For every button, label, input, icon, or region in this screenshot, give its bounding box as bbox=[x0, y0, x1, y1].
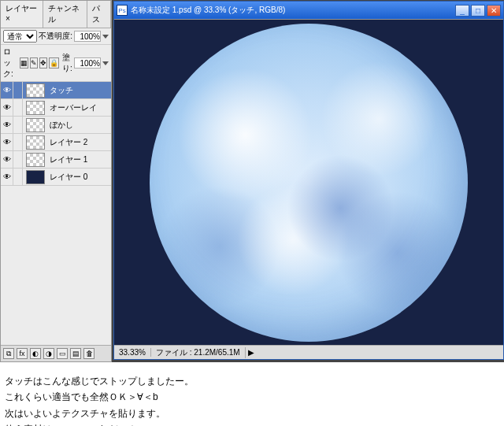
lock-label: ロック: bbox=[3, 46, 18, 80]
layers-panel: レイヤー × チャンネル パス 通常 不透明度: ロック: ▦ ✎ ✥ 🔒 塗り… bbox=[0, 0, 112, 362]
canvas bbox=[114, 20, 503, 345]
visibility-toggle-icon[interactable]: 👁 bbox=[1, 151, 13, 169]
layer-item[interactable]: 👁レイヤー 0 bbox=[1, 169, 111, 186]
titlebar[interactable]: Ps 名称未設定 1.psd @ 33.3% (タッチ, RGB/8) _ □ … bbox=[114, 2, 503, 19]
layer-thumbnail[interactable] bbox=[26, 153, 45, 167]
doc-info[interactable]: ファイル : 21.2M/65.1M bbox=[151, 347, 246, 358]
canvas-viewport[interactable] bbox=[114, 19, 503, 345]
opacity-input[interactable] bbox=[74, 31, 101, 42]
layer-link-cell[interactable] bbox=[13, 151, 23, 169]
layer-link-cell[interactable] bbox=[13, 99, 23, 117]
caption-line: タッチはこんな感じでストップしましたー。 bbox=[5, 373, 499, 389]
layer-link-cell[interactable] bbox=[13, 169, 23, 186]
visibility-toggle-icon[interactable]: 👁 bbox=[1, 134, 13, 151]
document-window: Ps 名称未設定 1.psd @ 33.3% (タッチ, RGB/8) _ □ … bbox=[113, 1, 504, 360]
tab-paths[interactable]: パス bbox=[87, 1, 111, 28]
layer-item[interactable]: 👁タッチ bbox=[1, 82, 111, 99]
panel-tabs: レイヤー × チャンネル パス bbox=[1, 1, 111, 28]
tab-channels[interactable]: チャンネル bbox=[43, 1, 87, 28]
fill-input[interactable] bbox=[74, 57, 101, 69]
opacity-label: 不透明度: bbox=[39, 31, 72, 42]
lock-move-icon[interactable]: ✥ bbox=[39, 57, 47, 69]
layer-thumbnail[interactable] bbox=[26, 170, 45, 184]
layer-thumbnail[interactable] bbox=[26, 83, 45, 98]
layer-list: 👁タッチ👁オーバーレイ👁ぼかし👁レイヤー 2👁レイヤー 1👁レイヤー 0 bbox=[1, 82, 111, 345]
blend-mode-select[interactable]: 通常 bbox=[3, 30, 37, 43]
layer-item[interactable]: 👁レイヤー 1 bbox=[1, 151, 111, 169]
layer-item[interactable]: 👁オーバーレイ bbox=[1, 99, 111, 117]
layer-name[interactable]: レイヤー 1 bbox=[48, 154, 111, 165]
visibility-toggle-icon[interactable]: 👁 bbox=[1, 117, 13, 134]
adjustment-layer-icon[interactable]: ◑ bbox=[43, 348, 54, 359]
panel-footer: ⧉ fx ◐ ◑ ▭ ▤ 🗑 bbox=[1, 345, 111, 361]
artwork-moon bbox=[150, 24, 468, 342]
opacity-flyout-icon[interactable] bbox=[102, 35, 109, 39]
zoom-level[interactable]: 33.33% bbox=[114, 348, 151, 357]
lock-paint-icon[interactable]: ✎ bbox=[30, 57, 38, 69]
window-title: 名称未設定 1.psd @ 33.3% (タッチ, RGB/8) bbox=[131, 5, 285, 16]
visibility-toggle-icon[interactable]: 👁 bbox=[1, 99, 13, 117]
layer-fx-icon[interactable]: fx bbox=[17, 348, 28, 359]
layer-name[interactable]: オーバーレイ bbox=[48, 102, 111, 113]
status-bar: 33.33% ファイル : 21.2M/65.1M ▶ bbox=[114, 345, 503, 359]
visibility-toggle-icon[interactable]: 👁 bbox=[1, 82, 13, 99]
document-area: Ps 名称未設定 1.psd @ 33.3% (タッチ, RGB/8) _ □ … bbox=[112, 0, 504, 362]
tab-layers[interactable]: レイヤー × bbox=[1, 1, 43, 28]
layer-mask-icon[interactable]: ◐ bbox=[30, 348, 41, 359]
layer-name[interactable]: ぼかし bbox=[48, 120, 111, 131]
layer-name[interactable]: レイヤー 2 bbox=[48, 137, 111, 148]
layer-link-cell[interactable] bbox=[13, 134, 23, 151]
lock-transparent-icon[interactable]: ▦ bbox=[20, 57, 28, 69]
layer-thumbnail[interactable] bbox=[26, 101, 45, 115]
close-button[interactable]: ✕ bbox=[487, 5, 501, 17]
layer-name[interactable]: タッチ bbox=[48, 85, 111, 96]
layer-name[interactable]: レイヤー 0 bbox=[48, 172, 111, 183]
caption-line: これくらい適当でも全然ＯＫ＞∀＜b bbox=[5, 389, 499, 405]
visibility-toggle-icon[interactable]: 👁 bbox=[1, 169, 13, 186]
fill-label: 塗り: bbox=[62, 52, 72, 74]
layer-thumbnail[interactable] bbox=[26, 118, 45, 132]
caption-line: 次はいよいよテクスチャを貼ります。 bbox=[5, 406, 499, 421]
minimize-button[interactable]: _ bbox=[455, 5, 469, 17]
doc-info-flyout-icon[interactable]: ▶ bbox=[246, 348, 257, 357]
caption-text: タッチはこんな感じでストップしましたー。 これくらい適当でも全然ＯＫ＞∀＜b 次… bbox=[0, 362, 504, 426]
layer-item[interactable]: 👁ぼかし bbox=[1, 117, 111, 134]
layer-item[interactable]: 👁レイヤー 2 bbox=[1, 134, 111, 151]
link-layers-icon[interactable]: ⧉ bbox=[3, 348, 14, 359]
caption-line: 使う素材はー・・・これだぁ！ bbox=[5, 421, 499, 426]
lock-all-icon[interactable]: 🔒 bbox=[49, 57, 59, 69]
layer-thumbnail[interactable] bbox=[26, 135, 45, 150]
layer-link-cell[interactable] bbox=[13, 117, 23, 134]
layer-group-icon[interactable]: ▭ bbox=[57, 348, 68, 359]
layer-link-cell[interactable] bbox=[13, 82, 23, 99]
new-layer-icon[interactable]: ▤ bbox=[70, 348, 81, 359]
delete-layer-icon[interactable]: 🗑 bbox=[83, 348, 94, 359]
maximize-button[interactable]: □ bbox=[471, 5, 485, 17]
app-icon: Ps bbox=[117, 5, 128, 16]
fill-flyout-icon[interactable] bbox=[102, 61, 109, 65]
